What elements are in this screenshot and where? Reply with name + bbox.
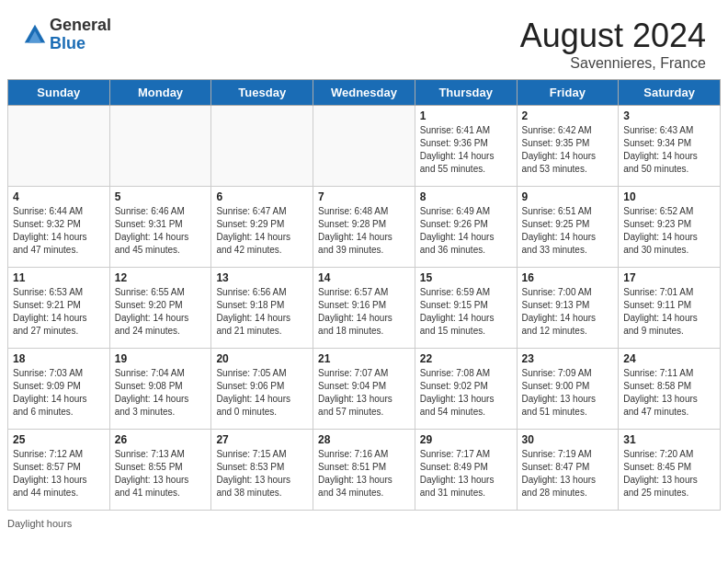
calendar-cell: 3Sunrise: 6:43 AM Sunset: 9:34 PM Daylig… [619,106,721,187]
day-number: 16 [522,271,614,284]
day-detail: Sunrise: 7:05 AM Sunset: 9:06 PM Dayligh… [216,367,308,419]
day-number: 31 [623,433,715,446]
day-detail: Sunrise: 6:53 AM Sunset: 9:21 PM Dayligh… [13,286,105,338]
day-detail: Sunrise: 6:44 AM Sunset: 9:32 PM Dayligh… [13,205,105,257]
day-number: 14 [318,271,410,284]
day-detail: Sunrise: 6:59 AM Sunset: 9:15 PM Dayligh… [420,286,512,338]
day-detail: Sunrise: 7:16 AM Sunset: 8:51 PM Dayligh… [318,448,410,500]
calendar-cell: 25Sunrise: 7:12 AM Sunset: 8:57 PM Dayli… [8,430,110,511]
day-number: 7 [318,190,410,203]
calendar-cell: 14Sunrise: 6:57 AM Sunset: 9:16 PM Dayli… [313,268,415,349]
day-detail: Sunrise: 6:51 AM Sunset: 9:25 PM Dayligh… [522,205,614,257]
day-number: 23 [522,352,614,365]
calendar-cell [109,106,211,187]
calendar-cell: 18Sunrise: 7:03 AM Sunset: 9:09 PM Dayli… [8,349,110,430]
week-row-4: 18Sunrise: 7:03 AM Sunset: 9:09 PM Dayli… [8,349,721,430]
day-detail: Sunrise: 6:48 AM Sunset: 9:28 PM Dayligh… [318,205,410,257]
day-number: 25 [13,433,105,446]
calendar-cell: 4Sunrise: 6:44 AM Sunset: 9:32 PM Daylig… [8,187,110,268]
calendar-cell: 1Sunrise: 6:41 AM Sunset: 9:36 PM Daylig… [415,106,517,187]
day-number: 29 [420,433,512,446]
day-number: 13 [216,271,308,284]
calendar-cell: 6Sunrise: 6:47 AM Sunset: 9:29 PM Daylig… [211,187,313,268]
day-detail: Sunrise: 7:15 AM Sunset: 8:53 PM Dayligh… [216,448,308,500]
calendar-cell: 29Sunrise: 7:17 AM Sunset: 8:49 PM Dayli… [415,430,517,511]
calendar-cell [211,106,313,187]
week-row-2: 4Sunrise: 6:44 AM Sunset: 9:32 PM Daylig… [8,187,721,268]
daylight-label: Daylight hours [7,518,72,529]
day-number: 2 [522,109,614,122]
day-detail: Sunrise: 7:09 AM Sunset: 9:00 PM Dayligh… [522,367,614,419]
day-detail: Sunrise: 6:42 AM Sunset: 9:35 PM Dayligh… [522,124,614,176]
day-number: 10 [623,190,715,203]
calendar-cell: 28Sunrise: 7:16 AM Sunset: 8:51 PM Dayli… [313,430,415,511]
calendar-cell: 7Sunrise: 6:48 AM Sunset: 9:28 PM Daylig… [313,187,415,268]
day-header-saturday: Saturday [619,80,721,106]
day-detail: Sunrise: 7:12 AM Sunset: 8:57 PM Dayligh… [13,448,105,500]
day-detail: Sunrise: 6:47 AM Sunset: 9:29 PM Dayligh… [216,205,308,257]
day-number: 6 [216,190,308,203]
calendar-cell: 8Sunrise: 6:49 AM Sunset: 9:26 PM Daylig… [415,187,517,268]
day-detail: Sunrise: 7:08 AM Sunset: 9:02 PM Dayligh… [420,367,512,419]
day-detail: Sunrise: 6:49 AM Sunset: 9:26 PM Dayligh… [420,205,512,257]
day-number: 8 [420,190,512,203]
day-number: 12 [115,271,207,284]
calendar-cell [8,106,110,187]
calendar-cell: 22Sunrise: 7:08 AM Sunset: 9:02 PM Dayli… [415,349,517,430]
page-header: General Blue August 2024 Savennieres, Fr… [0,0,728,79]
calendar-cell: 12Sunrise: 6:55 AM Sunset: 9:20 PM Dayli… [109,268,211,349]
day-number: 30 [522,433,614,446]
week-row-3: 11Sunrise: 6:53 AM Sunset: 9:21 PM Dayli… [8,268,721,349]
day-detail: Sunrise: 7:13 AM Sunset: 8:55 PM Dayligh… [115,448,207,500]
day-detail: Sunrise: 7:20 AM Sunset: 8:45 PM Dayligh… [623,448,715,500]
day-header-thursday: Thursday [415,80,517,106]
calendar-cell: 11Sunrise: 6:53 AM Sunset: 9:21 PM Dayli… [8,268,110,349]
day-detail: Sunrise: 7:00 AM Sunset: 9:13 PM Dayligh… [522,286,614,338]
day-number: 19 [115,352,207,365]
day-number: 3 [623,109,715,122]
calendar-cell: 19Sunrise: 7:04 AM Sunset: 9:08 PM Dayli… [109,349,211,430]
day-detail: Sunrise: 7:17 AM Sunset: 8:49 PM Dayligh… [420,448,512,500]
day-detail: Sunrise: 7:19 AM Sunset: 8:47 PM Dayligh… [522,448,614,500]
day-detail: Sunrise: 6:57 AM Sunset: 9:16 PM Dayligh… [318,286,410,338]
logo-icon [22,22,48,48]
day-header-friday: Friday [517,80,619,106]
day-number: 20 [216,352,308,365]
logo: General Blue [22,17,111,53]
day-detail: Sunrise: 7:07 AM Sunset: 9:04 PM Dayligh… [318,367,410,419]
day-number: 1 [420,109,512,122]
day-detail: Sunrise: 6:56 AM Sunset: 9:18 PM Dayligh… [216,286,308,338]
day-number: 26 [115,433,207,446]
day-detail: Sunrise: 6:41 AM Sunset: 9:36 PM Dayligh… [420,124,512,176]
calendar-cell: 10Sunrise: 6:52 AM Sunset: 9:23 PM Dayli… [619,187,721,268]
calendar-cell: 13Sunrise: 6:56 AM Sunset: 9:18 PM Dayli… [211,268,313,349]
day-detail: Sunrise: 6:55 AM Sunset: 9:20 PM Dayligh… [115,286,207,338]
calendar-cell: 26Sunrise: 7:13 AM Sunset: 8:55 PM Dayli… [109,430,211,511]
day-header-monday: Monday [109,80,211,106]
calendar-cell: 5Sunrise: 6:46 AM Sunset: 9:31 PM Daylig… [109,187,211,268]
calendar-cell: 2Sunrise: 6:42 AM Sunset: 9:35 PM Daylig… [517,106,619,187]
calendar-cell: 20Sunrise: 7:05 AM Sunset: 9:06 PM Dayli… [211,349,313,430]
calendar-footer: Daylight hours [0,511,728,533]
day-header-sunday: Sunday [8,80,110,106]
calendar-cell: 23Sunrise: 7:09 AM Sunset: 9:00 PM Dayli… [517,349,619,430]
day-number: 9 [522,190,614,203]
calendar-cell: 9Sunrise: 6:51 AM Sunset: 9:25 PM Daylig… [517,187,619,268]
day-number: 21 [318,352,410,365]
calendar-body: 1Sunrise: 6:41 AM Sunset: 9:36 PM Daylig… [8,106,721,511]
day-number: 22 [420,352,512,365]
day-header-wednesday: Wednesday [313,80,415,106]
title-block: August 2024 Savennieres, France [520,17,706,72]
day-number: 24 [623,352,715,365]
calendar-cell: 16Sunrise: 7:00 AM Sunset: 9:13 PM Dayli… [517,268,619,349]
calendar-cell: 17Sunrise: 7:01 AM Sunset: 9:11 PM Dayli… [619,268,721,349]
day-detail: Sunrise: 7:04 AM Sunset: 9:08 PM Dayligh… [115,367,207,419]
calendar-title: August 2024 [520,17,706,55]
day-detail: Sunrise: 7:03 AM Sunset: 9:09 PM Dayligh… [13,367,105,419]
day-number: 5 [115,190,207,203]
calendar-cell [313,106,415,187]
day-detail: Sunrise: 6:46 AM Sunset: 9:31 PM Dayligh… [115,205,207,257]
day-detail: Sunrise: 6:52 AM Sunset: 9:23 PM Dayligh… [623,205,715,257]
day-number: 17 [623,271,715,284]
day-number: 11 [13,271,105,284]
